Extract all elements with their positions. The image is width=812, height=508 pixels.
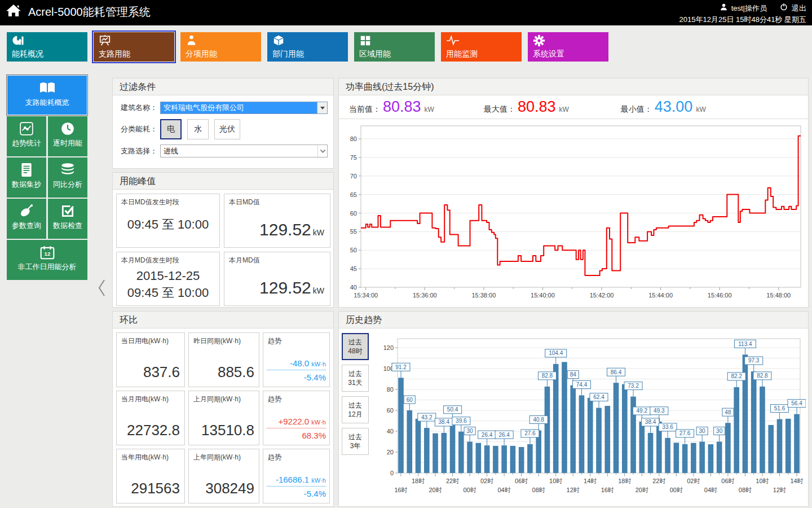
category-label: 分类能耗： xyxy=(121,124,160,134)
svg-text:45: 45 xyxy=(350,265,357,272)
svg-text:80: 80 xyxy=(350,135,357,142)
ring-panel-title: 环比 xyxy=(113,312,333,329)
svg-text:04时: 04时 xyxy=(498,487,511,493)
svg-text:70: 70 xyxy=(350,173,357,179)
svg-text:02时: 02时 xyxy=(480,478,493,484)
svg-text:15:48:00: 15:48:00 xyxy=(766,292,791,299)
svg-text:38.4: 38.4 xyxy=(439,419,450,425)
nav-tile-energy-monitor[interactable]: 用能监测 xyxy=(441,32,522,62)
logout-button[interactable]: 退出 xyxy=(792,3,806,14)
gear-icon xyxy=(533,34,545,49)
user-icon xyxy=(720,3,728,14)
max-value-stat: 最大值：80.83kW xyxy=(484,98,569,116)
building-combobox[interactable]: 安科瑞电气股份有限公司 xyxy=(160,102,328,114)
sidebar-item-nonworkday-analysis[interactable]: 12 非工作日用能分析 xyxy=(7,240,87,280)
sidebar-item-data-collection[interactable]: 数据集抄 xyxy=(7,157,46,198)
sidebar-item-trend-stats[interactable]: 趋势统计 xyxy=(7,116,46,156)
peak-today-md-value: 129.52 xyxy=(259,220,311,239)
presentation-chart-icon xyxy=(99,34,111,49)
svg-text:120: 120 xyxy=(383,344,394,351)
svg-text:12: 12 xyxy=(44,251,50,257)
pie-bars-icon xyxy=(12,34,24,49)
filter-panel: 过滤条件 建筑名称： 安科瑞电气股份有限公司 分类能耗： 电 水 光伏 支路选择… xyxy=(112,78,334,169)
svg-text:00时: 00时 xyxy=(463,487,476,493)
sidebar-item-hourly-energy[interactable]: 逐时用能 xyxy=(48,116,87,156)
category-button-pv[interactable]: 光伏 xyxy=(214,119,240,139)
nav-tile-system-settings[interactable]: 系统设置 xyxy=(528,32,608,62)
power-line-chart: 40455055606570758015:34:0015:36:0015:38:… xyxy=(342,120,805,306)
building-combobox-value[interactable]: 安科瑞电气股份有限公司 xyxy=(161,102,317,113)
branch-select[interactable]: 进线 xyxy=(160,144,328,157)
svg-text:20: 20 xyxy=(387,449,394,456)
svg-text:50.4: 50.4 xyxy=(447,406,458,413)
svg-text:91.2: 91.2 xyxy=(395,364,407,370)
peak-card-month-period: 本月MD值发生时段 2015-12-2509:45 至 10:00 xyxy=(116,252,220,306)
svg-text:84: 84 xyxy=(570,371,577,378)
category-button-electricity[interactable]: 电 xyxy=(160,119,182,139)
svg-text:82.8: 82.8 xyxy=(542,373,553,379)
svg-text:04时: 04时 xyxy=(704,487,717,493)
svg-text:15:46:00: 15:46:00 xyxy=(708,292,732,299)
datetime-label: 2015年12月25日 15时48分41秒 星期五 xyxy=(679,14,806,25)
branch-label: 支路选择： xyxy=(121,146,160,156)
document-icon xyxy=(7,161,46,178)
history-trend-panel: 历史趋势 过去48时 过去31天 过去12月 过去3年 020406080100… xyxy=(338,311,809,507)
grid-icon xyxy=(359,34,372,49)
svg-text:51.6: 51.6 xyxy=(774,405,785,411)
nav-tile-branch-energy[interactable]: 支路用能 xyxy=(94,32,174,62)
history-range-tabs: 过去48时 过去31天 过去12月 过去3年 xyxy=(342,333,369,459)
nav-tile-department-energy[interactable]: 部门用能 xyxy=(267,32,348,62)
ring-compare-panel: 环比 当日用电(kW·h)837.6昨日同期(kW·h)885.6趋势-48.0… xyxy=(112,311,334,507)
filter-panel-title: 过滤条件 xyxy=(113,78,333,95)
building-combobox-dropdown-button[interactable] xyxy=(317,102,327,113)
svg-text:48: 48 xyxy=(725,409,731,415)
sidebar-item-parameter-query[interactable]: 参数查询 xyxy=(7,199,46,239)
history-panel-title: 历史趋势 xyxy=(339,312,808,329)
svg-text:39.6: 39.6 xyxy=(456,418,467,424)
ring-grid: 当日用电(kW·h)837.6昨日同期(kW·h)885.6趋势-48.0 kW… xyxy=(113,329,333,507)
ring-card-trend-monthly: 趋势+9222.0 kW·h68.3% xyxy=(263,391,330,445)
sidebar-item-data-check[interactable]: 数据检查 xyxy=(48,199,87,239)
peak-panel: 用能峰值 本日MD值发生时段 09:45 至 10:00 本日MD值 129.5… xyxy=(112,172,334,308)
peak-today-period-value: 09:45 至 10:00 xyxy=(117,216,219,233)
sidebar-item-yoy-analysis[interactable]: 同比分析 xyxy=(48,157,87,198)
nav-tile-subentry-energy[interactable]: 分项用能 xyxy=(180,32,261,62)
svg-text:60: 60 xyxy=(407,397,413,403)
tab-past-31d[interactable]: 过去31天 xyxy=(342,365,369,392)
chevron-down-icon[interactable] xyxy=(317,145,327,157)
category-button-water[interactable]: 水 xyxy=(187,119,209,139)
svg-text:49.2: 49.2 xyxy=(637,408,648,414)
svg-text:26.4: 26.4 xyxy=(498,432,510,438)
tab-past-12m[interactable]: 过去12月 xyxy=(342,396,369,423)
svg-text:08时: 08时 xyxy=(739,487,752,493)
current-value-stat: 当前值：80.83kW xyxy=(349,98,434,116)
svg-text:12时: 12时 xyxy=(567,487,580,493)
pulse-icon xyxy=(446,34,460,49)
tab-past-3y[interactable]: 过去3年 xyxy=(342,428,369,455)
svg-text:14时: 14时 xyxy=(790,478,803,484)
satellite-dish-icon xyxy=(7,203,46,220)
ring-card-monthly: 当月用电(kW·h)22732.8 xyxy=(116,391,185,445)
peak-card-month-md: 本月MD值 129.52kW xyxy=(224,252,330,306)
svg-text:10时: 10时 xyxy=(549,478,562,484)
svg-text:15:36:00: 15:36:00 xyxy=(413,292,437,299)
ring-card-yearly: 当年用电(kW·h)291563 xyxy=(116,449,185,503)
nav-tile-energy-overview[interactable]: 能耗概况 xyxy=(7,32,87,62)
sidebar-item-branch-overview[interactable]: 支路能耗概览 xyxy=(7,75,87,115)
tab-past-48h[interactable]: 过去48时 xyxy=(342,333,369,360)
home-icon[interactable] xyxy=(6,3,21,21)
calendar-icon: 12 xyxy=(7,244,87,261)
peak-month-date: 2015-12-25 xyxy=(117,268,219,284)
svg-text:43.2: 43.2 xyxy=(421,414,433,421)
ring-card-yesterday: 昨日同期(kW·h)885.6 xyxy=(188,332,259,387)
svg-text:55: 55 xyxy=(350,228,357,235)
svg-text:15:34:00: 15:34:00 xyxy=(354,292,378,299)
svg-text:06时: 06时 xyxy=(515,478,528,484)
power-stats-row: 当前值：80.83kW 最大值：80.83kW 最小值：43.00kW xyxy=(339,95,808,119)
nav-tile-area-energy[interactable]: 区域用能 xyxy=(354,32,435,62)
app-title: Acrel-5000能耗管理系统 xyxy=(28,5,151,20)
svg-text:82.2: 82.2 xyxy=(731,373,742,379)
trend-chart-icon xyxy=(7,120,46,137)
sidebar-collapse-chevron[interactable] xyxy=(96,277,109,299)
min-value: 43.00 xyxy=(655,98,693,116)
